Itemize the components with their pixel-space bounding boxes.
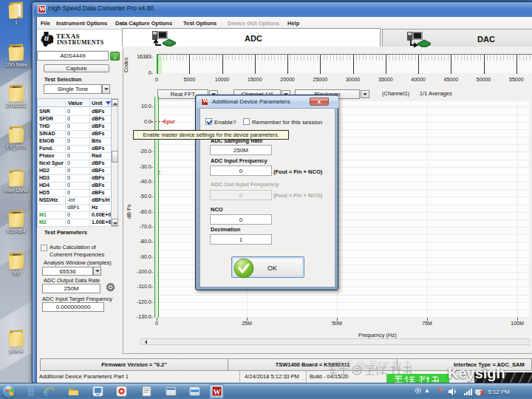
svg-text:W: W xyxy=(214,388,221,396)
svg-text:ti: ti xyxy=(44,33,50,42)
